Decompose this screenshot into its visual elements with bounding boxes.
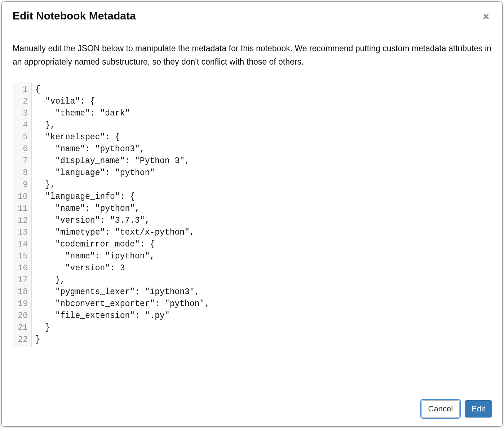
line-number: 14 [16, 239, 28, 250]
line-number: 7 [16, 155, 28, 167]
line-number: 11 [16, 203, 28, 215]
json-editor-content[interactable]: { "voila": { "theme": "dark" }, "kernels… [32, 82, 491, 347]
line-number: 20 [16, 310, 28, 322]
instruction-text: Manually edit the JSON below to manipula… [13, 42, 491, 69]
line-number: 18 [16, 286, 28, 298]
line-number-gutter: 12345678910111213141516171819202122 [13, 82, 32, 347]
dialog-title: Edit Notebook Metadata [13, 10, 136, 22]
line-number: 16 [16, 262, 28, 274]
cancel-button[interactable]: Cancel [421, 400, 460, 418]
json-editor[interactable]: 12345678910111213141516171819202122 { "v… [13, 82, 491, 347]
close-icon[interactable]: × [481, 10, 491, 23]
line-number: 10 [16, 191, 28, 203]
line-number: 9 [16, 179, 28, 191]
line-number: 6 [16, 143, 28, 155]
line-number: 5 [16, 131, 28, 143]
dialog-footer: Cancel Edit [2, 392, 502, 426]
line-number: 15 [16, 250, 28, 262]
line-number: 21 [16, 322, 28, 334]
line-number: 12 [16, 215, 28, 227]
line-number: 4 [16, 119, 28, 131]
line-number: 17 [16, 274, 28, 286]
line-number: 1 [16, 84, 28, 96]
dialog-body: Manually edit the JSON below to manipula… [2, 33, 502, 392]
dialog-header: Edit Notebook Metadata × [2, 2, 502, 33]
line-number: 8 [16, 167, 28, 179]
line-number: 13 [16, 227, 28, 239]
line-number: 3 [16, 108, 28, 119]
edit-metadata-dialog: Edit Notebook Metadata × Manually edit t… [1, 1, 503, 427]
edit-button[interactable]: Edit [465, 400, 492, 418]
line-number: 19 [16, 298, 28, 310]
line-number: 22 [16, 334, 28, 346]
line-number: 2 [16, 96, 28, 108]
